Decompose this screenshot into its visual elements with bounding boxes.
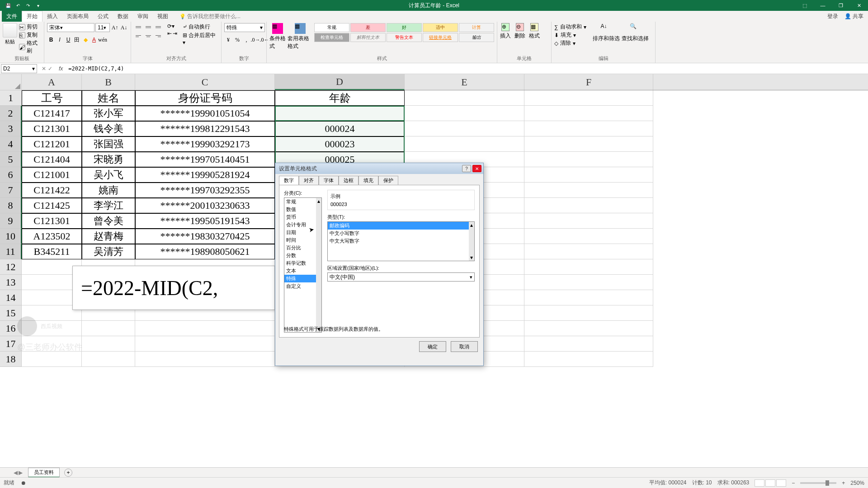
tab-insert[interactable]: 插入 xyxy=(42,11,62,22)
tab-formulas[interactable]: 公式 xyxy=(93,11,113,22)
cell-C3[interactable]: ******199812291543 xyxy=(135,121,275,136)
row-header-13[interactable]: 13 xyxy=(0,275,22,290)
cell-C7[interactable]: ******199703292355 xyxy=(135,183,275,198)
align-right-icon[interactable] xyxy=(154,32,163,40)
cell-F17[interactable] xyxy=(524,336,653,352)
cell-C6[interactable]: ******199905281924 xyxy=(135,167,275,183)
qat-dropdown-icon[interactable]: ▾ xyxy=(34,2,42,9)
underline-button[interactable]: U xyxy=(64,36,72,44)
font-name-combo[interactable]: 宋体▾ xyxy=(47,23,94,32)
cell-F8[interactable] xyxy=(524,198,653,213)
font-color-button[interactable]: A xyxy=(90,36,98,44)
cell-C16[interactable] xyxy=(135,321,275,336)
ribbon-options-icon[interactable]: ⬚ xyxy=(796,0,814,11)
zoom-out-icon[interactable]: − xyxy=(792,480,795,486)
decrease-font-icon[interactable]: A↓ xyxy=(120,23,128,32)
cell-B6[interactable]: 吴小飞 xyxy=(82,167,135,183)
normal-view-icon[interactable] xyxy=(755,479,764,487)
increase-decimal-icon[interactable]: .0→ xyxy=(251,36,259,44)
fill-button[interactable]: ⬇ 填充 ▾ xyxy=(554,31,586,39)
cell-B4[interactable]: 张国强 xyxy=(82,136,135,152)
cell-A7[interactable]: C121422 xyxy=(22,183,82,198)
tab-data[interactable]: 数据 xyxy=(113,11,133,22)
type-list[interactable]: 邮政编码中文小写数字中文大写数字▴▾ xyxy=(327,221,475,261)
tab-file[interactable]: 文件 xyxy=(2,11,22,22)
cell-B11[interactable]: 吴清芳 xyxy=(82,244,135,259)
dialog-tab-5[interactable]: 保护 xyxy=(378,176,398,185)
cell-E2[interactable] xyxy=(405,106,524,121)
col-header-A[interactable]: A xyxy=(22,74,82,90)
cell-C9[interactable]: ******199505191543 xyxy=(135,213,275,229)
row-header-9[interactable]: 9 xyxy=(0,213,22,229)
cell-F7[interactable] xyxy=(524,183,653,198)
cell-D4[interactable]: 000023 xyxy=(275,136,405,152)
dialog-tab-2[interactable]: 字体 xyxy=(319,176,339,185)
cell-F13[interactable] xyxy=(524,275,653,290)
cell-C1[interactable]: 身份证号码 xyxy=(135,90,275,106)
cell-F16[interactable] xyxy=(524,321,653,336)
cell-B17[interactable] xyxy=(82,336,135,352)
type-item-2[interactable]: 中文大写数字 xyxy=(328,237,474,245)
locale-combo[interactable]: 中文(中国)▾ xyxy=(327,272,475,282)
clear-button[interactable]: ◇ 清除 ▾ xyxy=(554,39,586,47)
cell-F1[interactable] xyxy=(524,90,653,106)
delete-cells-button[interactable]: ⊖删除 xyxy=(514,23,525,40)
row-header-18[interactable]: 18 xyxy=(0,352,22,367)
conditional-format-button[interactable]: ▦条件格式 xyxy=(269,23,286,50)
ok-button[interactable]: 确定 xyxy=(419,341,446,352)
cut-button[interactable]: ✂剪切 xyxy=(19,23,41,31)
col-header-E[interactable]: E xyxy=(405,74,524,90)
autosum-button[interactable]: ∑ 自动求和 ▾ xyxy=(554,23,586,31)
paste-button[interactable] xyxy=(3,23,17,38)
border-button[interactable]: 田 xyxy=(73,36,81,44)
align-middle-icon[interactable] xyxy=(144,23,153,31)
fill-color-button[interactable]: ◆ xyxy=(81,36,90,44)
cell-A8[interactable]: C121425 xyxy=(22,198,82,213)
cell-A3[interactable]: C121301 xyxy=(22,121,82,136)
cell-A10[interactable]: A123502 xyxy=(22,229,82,244)
cell-C2[interactable]: ******199901051054 xyxy=(135,106,275,121)
comma-button[interactable]: , xyxy=(242,36,250,44)
insert-cells-button[interactable]: ⊕插入 xyxy=(500,23,511,40)
cancel-button[interactable]: 取消 xyxy=(451,341,478,352)
zoom-level[interactable]: 250% xyxy=(850,480,864,486)
cell-F11[interactable] xyxy=(524,244,653,259)
align-center-icon[interactable] xyxy=(144,32,153,40)
style-normal[interactable]: 常规 xyxy=(314,23,349,32)
add-sheet-button[interactable]: + xyxy=(64,469,72,477)
row-header-6[interactable]: 6 xyxy=(0,167,22,183)
sheet-nav-prev-icon[interactable]: ◀ xyxy=(14,469,18,476)
col-header-D[interactable]: D xyxy=(275,74,405,90)
cell-C4[interactable]: ******199903292173 xyxy=(135,136,275,152)
row-header-12[interactable]: 12 xyxy=(0,259,22,275)
zoom-in-icon[interactable]: + xyxy=(842,480,845,486)
col-header-B[interactable]: B xyxy=(82,74,135,90)
cell-C10[interactable]: ******198303270425 xyxy=(135,229,275,244)
cell-D2[interactable]: 000023 xyxy=(275,106,405,121)
row-header-14[interactable]: 14 xyxy=(0,290,22,305)
cell-E3[interactable] xyxy=(405,121,524,136)
format-cells-button[interactable]: ▦格式 xyxy=(529,23,540,40)
cell-B3[interactable]: 钱令美 xyxy=(82,121,135,136)
decrease-indent-icon[interactable]: ⇤ xyxy=(167,30,172,37)
increase-font-icon[interactable]: A↑ xyxy=(111,23,119,32)
row-header-4[interactable]: 4 xyxy=(0,136,22,152)
find-select-button[interactable]: 🔍查找和选择 xyxy=(622,23,649,42)
redo-icon[interactable]: ↷ xyxy=(24,2,32,9)
style-calc[interactable]: 计算 xyxy=(459,23,494,32)
dialog-close-icon[interactable]: ✕ xyxy=(472,165,481,172)
formula-input[interactable]: =2022-MID(C2,7,4) xyxy=(66,66,868,72)
style-warn[interactable]: 警告文本 xyxy=(387,33,422,42)
format-as-table-button[interactable]: ▦套用表格格式 xyxy=(288,23,312,50)
row-header-1[interactable]: 1 xyxy=(0,90,22,106)
fx-icon[interactable]: fx xyxy=(56,66,66,72)
name-box[interactable]: D2▾ xyxy=(1,64,37,73)
align-left-icon[interactable] xyxy=(134,32,143,40)
cell-F9[interactable] xyxy=(524,213,653,229)
save-icon[interactable]: 💾 xyxy=(5,2,12,9)
row-header-11[interactable]: 11 xyxy=(0,244,22,259)
style-link[interactable]: 链接单元格 xyxy=(423,33,458,42)
wrap-text-button[interactable]: ⤶ 自动换行 xyxy=(183,23,218,31)
dialog-tab-1[interactable]: 对齐 xyxy=(299,176,319,185)
cell-A2[interactable]: C121417 xyxy=(22,106,82,121)
